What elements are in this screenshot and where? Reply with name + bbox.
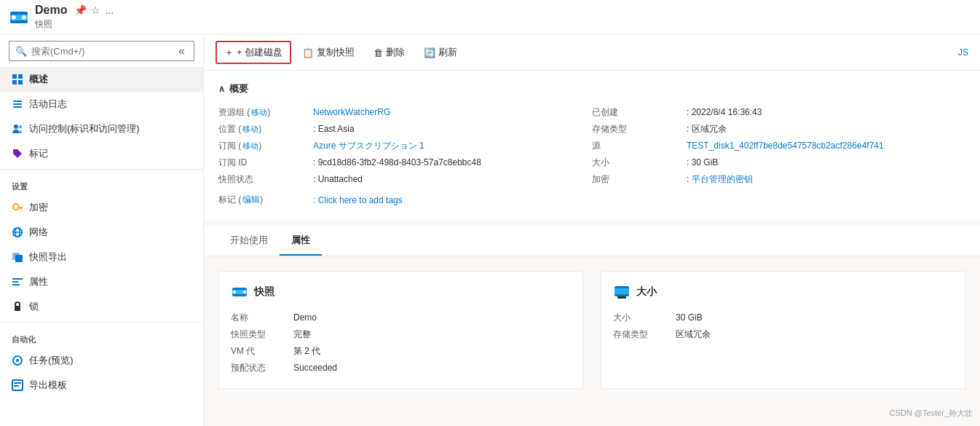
tag-icon xyxy=(12,148,23,159)
svg-point-32 xyxy=(233,291,236,293)
overview-label-encrypt: 加密 xyxy=(592,173,687,186)
size-card-header: 大小 xyxy=(613,283,953,301)
prop-value-snapshot-type: 完整 xyxy=(293,328,311,341)
prop-label-provision-state: 预配状态 xyxy=(231,362,282,374)
svg-rect-21 xyxy=(12,278,23,280)
collapse-button[interactable]: « xyxy=(175,44,188,58)
move-link-subscription[interactable]: 移动 xyxy=(242,141,258,150)
plus-icon: ＋ xyxy=(224,46,234,59)
snapshot-card-icon xyxy=(231,283,248,301)
tabs-bar: 开始使用 属性 xyxy=(204,226,980,256)
tab-properties[interactable]: 属性 xyxy=(280,226,322,256)
prop-label-disk-size: 大小 xyxy=(613,312,664,324)
copy-icon: 📋 xyxy=(302,47,314,58)
svg-rect-7 xyxy=(18,80,23,84)
overview-row-created: 已创建 : 2022/8/4 16:36:43 xyxy=(592,104,965,121)
app-title: Demo xyxy=(35,4,67,17)
overview-row-location: 位置 (移动) : East Asia xyxy=(218,121,592,138)
search-icon: 🔍 xyxy=(15,46,27,57)
overview-value-subscription-id: : 9cd18d86-3fb2-498d-8403-57a7c8ebbc48 xyxy=(313,157,481,167)
tags-add-link[interactable]: : Click here to add tags xyxy=(313,195,403,205)
automation-section-label: 自动化 xyxy=(0,326,203,348)
sidebar-label-overview: 概述 xyxy=(29,73,48,86)
sidebar-item-tags[interactable]: 标记 xyxy=(0,141,203,166)
refresh-icon: 🔄 xyxy=(424,47,435,58)
sidebar-item-tasks[interactable]: 任务(预览) xyxy=(0,348,203,373)
pin-icon[interactable]: 📌 xyxy=(74,4,87,16)
sidebar-item-snapshot-export[interactable]: 快照导出 xyxy=(0,245,203,269)
create-disk-button[interactable]: ＋ + 创建磁盘 xyxy=(216,41,291,64)
delete-button[interactable]: 🗑 删除 xyxy=(365,42,413,63)
star-icon[interactable]: ☆ xyxy=(91,4,100,16)
svg-rect-14 xyxy=(18,207,23,208)
copy-snapshot-label: 复制快照 xyxy=(317,46,355,59)
title-bar: Demo 📌 ☆ ... 快照 xyxy=(0,0,980,35)
svg-rect-6 xyxy=(12,80,17,84)
prop-label-snapshot-type: 快照类型 xyxy=(231,328,282,341)
tags-row: 标记 (编辑) : Click here to add tags xyxy=(218,191,965,209)
sidebar-item-access-control[interactable]: 访问控制(标识和访问管理) xyxy=(0,117,203,141)
sidebar-label-encrypt: 加密 xyxy=(29,201,48,214)
js-label: JS xyxy=(958,47,968,58)
svg-rect-29 xyxy=(14,385,19,387)
svg-rect-10 xyxy=(13,106,22,108)
template-icon xyxy=(12,379,23,391)
refresh-label: 刷新 xyxy=(438,46,457,59)
overview-grid: 资源组 (移动) NetworkWatcherRG 位置 (移动) : East… xyxy=(218,104,965,188)
overview-left: 资源组 (移动) NetworkWatcherRG 位置 (移动) : East… xyxy=(218,104,592,188)
more-icon[interactable]: ... xyxy=(105,4,114,16)
prop-row-disk-storage-type: 存储类型 区域冗余 xyxy=(613,326,953,343)
overview-header[interactable]: ∧ 概要 xyxy=(218,82,965,95)
properties-icon xyxy=(12,276,23,288)
sidebar-item-overview[interactable]: 概述 xyxy=(0,67,203,92)
search-input-wrap[interactable]: 🔍 « xyxy=(9,41,194,61)
svg-point-26 xyxy=(16,359,19,362)
sidebar-item-lock[interactable]: 锁 xyxy=(0,294,203,319)
prop-value-vm-gen: 第 2 代 xyxy=(293,345,320,358)
snapshot-card-title: 快照 xyxy=(254,285,274,299)
edit-tags-link[interactable]: 编辑 xyxy=(242,194,260,205)
sidebar-item-network[interactable]: 网络 xyxy=(0,220,203,245)
sidebar-item-activity-log[interactable]: 活动日志 xyxy=(0,92,203,117)
sidebar-label-lock: 锁 xyxy=(29,300,39,313)
settings-section-label: 设置 xyxy=(0,173,203,195)
watermark: CSDN @Tester_孙大壮 xyxy=(890,408,973,419)
sidebar-label-snapshot-export: 快照导出 xyxy=(29,251,67,264)
size-card-icon xyxy=(613,283,631,301)
sidebar-label-network: 网络 xyxy=(29,226,48,239)
overview-value-source: TEST_disk1_402ff7be8de547578cb2acf286e4f… xyxy=(687,141,884,151)
copy-snapshot-button[interactable]: 📋 复制快照 xyxy=(294,42,363,63)
overview-value-size: : 30 GiB xyxy=(687,157,718,167)
properties-grid: 快照 名称 Demo 快照类型 完整 VM 代 第 2 代 xyxy=(218,271,965,389)
move-link-location[interactable]: 移动 xyxy=(242,125,258,133)
prop-value-disk-storage-type: 区域冗余 xyxy=(676,328,711,341)
move-link-rg[interactable]: 移动 xyxy=(251,108,267,117)
overview-value-encrypt: : 平台管理的密钥 xyxy=(687,173,753,186)
overview-title: 概要 xyxy=(229,82,248,95)
svg-rect-20 xyxy=(15,255,23,262)
prop-value-name: Demo xyxy=(293,312,317,323)
overview-row-size: 大小 : 30 GiB xyxy=(592,154,965,171)
overview-label-location: 位置 (移动) xyxy=(218,123,313,135)
sidebar-label-access-control: 访问控制(标识和访问管理) xyxy=(29,122,140,135)
overview-label-created: 已创建 xyxy=(592,106,687,119)
refresh-button[interactable]: 🔄 刷新 xyxy=(416,42,465,63)
overview-row-source: 源 TEST_disk1_402ff7be8de547578cb2acf286e… xyxy=(592,138,965,154)
search-input[interactable] xyxy=(31,46,175,57)
overview-label-storage-type: 存储类型 xyxy=(592,123,687,135)
snapshot-card: 快照 名称 Demo 快照类型 完整 VM 代 第 2 代 xyxy=(218,271,583,389)
network-icon xyxy=(12,226,23,238)
overview-label-subscription-id: 订阅 ID xyxy=(218,157,313,169)
overview-value-rg: NetworkWatcherRG xyxy=(313,107,390,117)
tab-start[interactable]: 开始使用 xyxy=(218,226,280,256)
overview-row-subscription-id: 订阅 ID : 9cd18d86-3fb2-498d-8403-57a7c8eb… xyxy=(218,154,592,171)
overview-label-rg: 资源组 (移动) xyxy=(218,106,313,119)
sidebar-item-properties[interactable]: 属性 xyxy=(0,269,203,294)
key-icon xyxy=(12,202,23,213)
overview-value-storage-type: : 区域冗余 xyxy=(687,123,727,135)
sidebar-item-encrypt[interactable]: 加密 xyxy=(0,195,203,220)
svg-point-11 xyxy=(14,125,18,129)
snapshot-card-header: 快照 xyxy=(231,283,571,301)
sidebar-item-export-template[interactable]: 导出模板 xyxy=(0,373,203,398)
svg-point-12 xyxy=(19,125,22,128)
